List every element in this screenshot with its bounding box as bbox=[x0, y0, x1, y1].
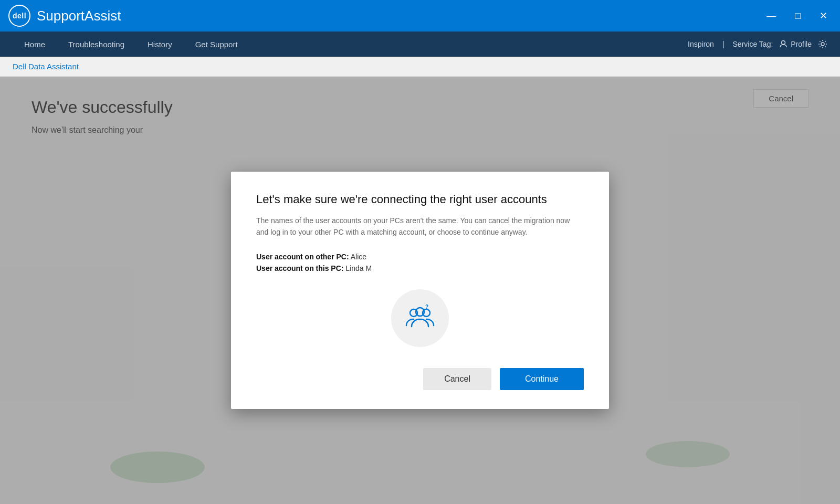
modal-buttons: Cancel Continue bbox=[256, 368, 584, 390]
modal-icon-area: ? bbox=[256, 289, 584, 347]
modal-user-other-label: User account on other PC: bbox=[256, 253, 349, 261]
nav-item-home[interactable]: Home bbox=[13, 32, 57, 57]
modal-dialog: Let's make sure we're connecting the rig… bbox=[231, 172, 609, 410]
svg-text:?: ? bbox=[425, 304, 428, 310]
nav-items: Home Troubleshooting History Get Support bbox=[13, 32, 688, 57]
maximize-button[interactable]: □ bbox=[791, 8, 805, 24]
close-button[interactable]: ✕ bbox=[815, 8, 832, 24]
svg-point-1 bbox=[821, 43, 824, 46]
main-content: We've successfully Now we'll start searc… bbox=[0, 77, 840, 504]
modal-user-info: User account on other PC: Alice User acc… bbox=[256, 253, 584, 272]
modal-user-this-label: User account on this PC: bbox=[256, 264, 343, 272]
modal-title: Let's make sure we're connecting the rig… bbox=[256, 193, 584, 206]
modal-user-other-row: User account on other PC: Alice bbox=[256, 253, 584, 261]
sub-header: Dell Data Assistant bbox=[0, 57, 840, 77]
app-title: SupportAssist bbox=[37, 8, 762, 24]
nav-item-troubleshooting[interactable]: Troubleshooting bbox=[57, 32, 136, 57]
users-icon-circle: ? bbox=[391, 289, 449, 347]
sub-header-title: Dell Data Assistant bbox=[13, 62, 79, 71]
dell-logo: dell bbox=[8, 5, 30, 27]
svg-point-0 bbox=[782, 41, 785, 45]
device-name: Inspiron bbox=[688, 40, 714, 48]
window-controls: — □ ✕ bbox=[762, 8, 832, 24]
nav-bar: Home Troubleshooting History Get Support… bbox=[0, 32, 840, 57]
service-tag-label: Service Tag: bbox=[733, 40, 773, 48]
settings-icon[interactable] bbox=[818, 39, 827, 49]
profile-button[interactable]: Profile bbox=[779, 40, 812, 48]
title-bar: dell SupportAssist — □ ✕ bbox=[0, 0, 840, 32]
modal-user-other-value: Alice bbox=[351, 253, 366, 261]
minimize-button[interactable]: — bbox=[762, 8, 780, 24]
modal-overlay: Let's make sure we're connecting the rig… bbox=[0, 77, 840, 504]
nav-item-history[interactable]: History bbox=[136, 32, 184, 57]
modal-user-this-value: Linda M bbox=[345, 264, 372, 272]
nav-divider: | bbox=[722, 40, 724, 48]
users-icon: ? bbox=[403, 301, 437, 335]
modal-cancel-button[interactable]: Cancel bbox=[423, 368, 491, 390]
modal-user-this-row: User account on this PC: Linda M bbox=[256, 264, 584, 272]
nav-item-get-support[interactable]: Get Support bbox=[184, 32, 249, 57]
nav-right: Inspiron | Service Tag: Profile bbox=[688, 39, 827, 49]
modal-continue-button[interactable]: Continue bbox=[500, 368, 584, 390]
modal-description: The names of the user accounts on your P… bbox=[256, 215, 584, 238]
profile-label: Profile bbox=[791, 40, 812, 48]
profile-icon bbox=[779, 40, 788, 48]
